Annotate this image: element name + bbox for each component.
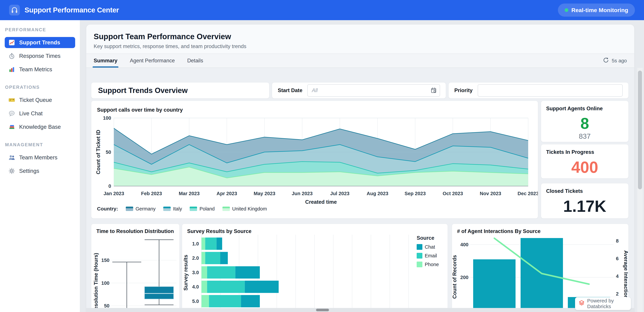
survey-stacked-bar-chart: 1.02.03.04.05.0Survey results: [182, 234, 448, 312]
kpi-value: 1.17K: [546, 198, 623, 215]
legend-label: United Kingdom: [232, 206, 267, 212]
svg-text:Average Interactions: Average Interactions: [623, 250, 628, 302]
legend-item-germany[interactable]: Germany: [126, 206, 156, 212]
sidebar-item-response-times[interactable]: Response Times: [5, 50, 75, 62]
realtime-monitoring-badge[interactable]: Real-time Monitoring: [558, 4, 635, 17]
sidebar-item-label: Ticket Queue: [19, 97, 52, 103]
country-legend: Country:GermanyItalyPolandUnited Kingdom: [97, 206, 267, 212]
svg-text:May 2023: May 2023: [254, 191, 276, 196]
kpi-value: 400: [546, 159, 623, 176]
svg-text:3.0: 3.0: [192, 270, 199, 275]
resolution-box-plot: 50100150Resolution Time (Hours): [91, 236, 180, 312]
priority-label: Priority: [454, 88, 473, 94]
tab-details[interactable]: Details: [187, 54, 203, 68]
tab-summary[interactable]: Summary: [94, 54, 117, 68]
svg-text:Jul 2023: Jul 2023: [330, 191, 350, 196]
priority-input[interactable]: [478, 84, 623, 97]
sidebar-item-live-chat[interactable]: Live Chat: [5, 108, 75, 119]
svg-text:Count of Records: Count of Records: [452, 255, 458, 299]
legend-item-phone[interactable]: Phone: [417, 262, 439, 267]
app-logo: [9, 5, 20, 16]
svg-text:400: 400: [460, 242, 468, 247]
survey-chart-title: Survey Results by Source: [187, 228, 252, 234]
calendar-icon[interactable]: [430, 87, 437, 94]
svg-text:50: 50: [106, 150, 111, 155]
legend-swatch: [163, 206, 171, 211]
page-title: Support Team Performance Overview: [94, 32, 627, 41]
svg-text:Resolution Time (Hours): Resolution Time (Hours): [93, 253, 99, 312]
sidebar-section-label: PERFORMANCE: [5, 27, 80, 32]
bar-chart-icon: [8, 66, 15, 73]
status-dot-icon: [565, 8, 568, 12]
vertical-scrollbar-handle[interactable]: [638, 70, 642, 189]
support-calls-area-chart: 050100Jan 2023Feb 2023Mar 2023Apr 2023Ma…: [91, 114, 538, 205]
svg-text:Jun 2023: Jun 2023: [292, 191, 312, 196]
books-icon: [8, 124, 15, 130]
powered-by-databricks-badge[interactable]: Powered by Databricks: [575, 297, 631, 310]
sidebar-item-label: Response Times: [19, 53, 60, 59]
legend-item-email[interactable]: Email: [417, 253, 439, 258]
sidebar-item-team-metrics[interactable]: Team Metrics: [5, 64, 75, 75]
headphones-icon: [11, 6, 18, 14]
sidebar-section: PERFORMANCESupport TrendsResponse TimesT…: [0, 27, 80, 75]
support-calls-chart-card: Support calls over time by country 05010…: [91, 101, 538, 218]
refresh-control[interactable]: 5s ago: [603, 54, 627, 68]
horizontal-scrollbar-track[interactable]: [86, 308, 634, 312]
sidebar-section-label: MANAGEMENT: [5, 142, 80, 148]
svg-text:Feb 2023: Feb 2023: [141, 191, 162, 196]
svg-text:100: 100: [103, 115, 111, 121]
legend-item-chat[interactable]: Chat: [417, 244, 439, 250]
svg-text:Count of Ticket ID: Count of Ticket ID: [95, 130, 101, 174]
svg-text:1.0: 1.0: [192, 241, 199, 246]
resolution-distribution-chart-card: Time to Resolution Distribution 50100150…: [91, 224, 180, 312]
sidebar-item-settings[interactable]: Settings: [5, 166, 75, 176]
refresh-label: 5s ago: [612, 58, 627, 64]
svg-text:200: 200: [460, 275, 468, 280]
sidebar-item-knowledge-base[interactable]: Knowledge Base: [5, 121, 75, 132]
ticket-icon: [8, 97, 15, 104]
kpi-title: Tickets In Progress: [546, 149, 623, 155]
svg-text:Sep 2023: Sep 2023: [404, 191, 426, 196]
legend-swatch: [222, 206, 230, 211]
dashboard: Support Trends Overview Start Date Prior…: [86, 68, 634, 312]
sidebar-section: MANAGEMENTTeam MembersSettings: [0, 142, 80, 176]
tab-bar: SummaryAgent PerformanceDetails 5s ago: [86, 54, 634, 68]
realtime-badge-label: Real-time Monitoring: [571, 7, 628, 14]
speech-bubble-icon: [8, 110, 15, 117]
legend-label: Poland: [200, 206, 214, 212]
start-date-input[interactable]: [307, 84, 440, 97]
svg-text:Survey results: Survey results: [183, 255, 189, 291]
svg-text:Oct 2023: Oct 2023: [443, 191, 463, 196]
svg-text:4.0: 4.0: [192, 284, 199, 290]
sidebar-item-ticket-queue[interactable]: Ticket Queue: [5, 94, 75, 106]
support-calls-chart-title: Support calls over time by country: [97, 107, 183, 113]
svg-text:50: 50: [104, 303, 110, 308]
main-panel: Support Team Performance Overview Key su…: [86, 24, 634, 312]
legend-swatch: [417, 262, 422, 267]
sidebar-item-support-trends[interactable]: Support Trends: [5, 37, 75, 48]
sidebar-item-team-members[interactable]: Team Members: [5, 152, 75, 163]
kpi-card-tickets-in-progress: Tickets In Progress 400: [541, 144, 628, 178]
tab-agent-performance[interactable]: Agent Performance: [130, 54, 175, 68]
page-header: Support Team Performance Overview Key su…: [86, 24, 634, 54]
databricks-logo-icon: [578, 300, 585, 308]
legend-label: Phone: [425, 262, 439, 267]
horizontal-scrollbar-handle[interactable]: [316, 309, 329, 311]
resolution-chart-title: Time to Resolution Distribution: [96, 228, 174, 234]
sidebar-item-label: Settings: [19, 168, 39, 174]
svg-text:8: 8: [616, 238, 618, 244]
svg-text:4: 4: [616, 274, 618, 279]
svg-text:5.0: 5.0: [192, 298, 199, 304]
gear-icon: [8, 168, 15, 174]
svg-text:6: 6: [616, 256, 618, 261]
kpi-title: Closed Tickets: [546, 188, 623, 194]
legend-item-poland[interactable]: Poland: [190, 206, 214, 212]
svg-text:2.0: 2.0: [192, 255, 199, 261]
sidebar-section: OPERATIONSTicket QueueLive ChatKnowledge…: [0, 84, 80, 132]
svg-text:Apr 2023: Apr 2023: [216, 191, 237, 196]
svg-text:Mar 2023: Mar 2023: [179, 191, 200, 196]
sidebar-item-label: Live Chat: [19, 110, 42, 117]
start-date-label: Start Date: [278, 88, 302, 94]
legend-item-italy[interactable]: Italy: [163, 206, 182, 212]
legend-item-united-kingdom[interactable]: United Kingdom: [222, 206, 267, 212]
